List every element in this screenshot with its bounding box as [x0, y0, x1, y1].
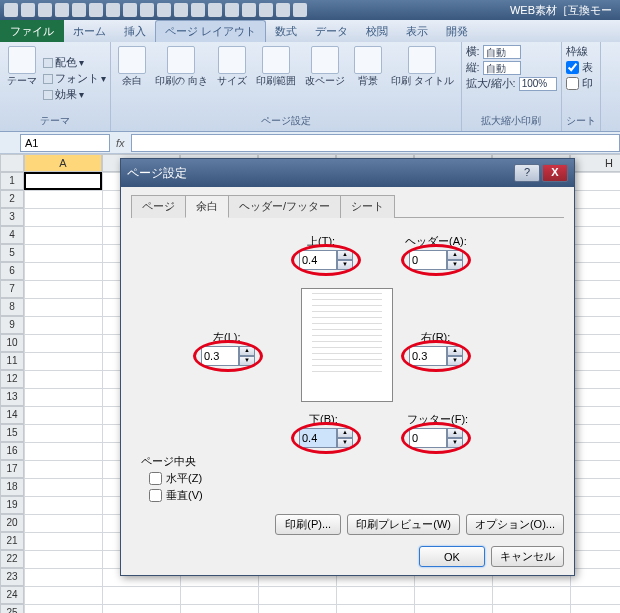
row-header[interactable]: 23 — [0, 568, 24, 586]
qat-icon[interactable] — [123, 3, 137, 17]
tab-page-layout[interactable]: ページ レイアウト — [155, 20, 266, 42]
qat-icon[interactable] — [157, 3, 171, 17]
row-header[interactable]: 2 — [0, 190, 24, 208]
colors-button[interactable]: 配色 ▾ — [43, 55, 106, 70]
down-arrow-icon[interactable]: ▼ — [447, 260, 463, 270]
background-button[interactable]: 背景 — [351, 44, 385, 113]
bottom-input[interactable] — [299, 428, 337, 448]
qat-icon[interactable] — [242, 3, 256, 17]
up-arrow-icon[interactable]: ▲ — [447, 346, 463, 356]
top-spinner[interactable]: ▲▼ — [299, 250, 353, 270]
up-arrow-icon[interactable]: ▲ — [239, 346, 255, 356]
column-header[interactable]: H — [570, 154, 620, 172]
up-arrow-icon[interactable]: ▲ — [447, 428, 463, 438]
tab-dev[interactable]: 開発 — [437, 21, 477, 42]
fx-icon[interactable]: fx — [110, 137, 131, 149]
cancel-button[interactable]: キャンセル — [491, 546, 564, 567]
left-input[interactable] — [201, 346, 239, 366]
qat-icon[interactable] — [191, 3, 205, 17]
margins-button[interactable]: 余白 — [115, 44, 149, 113]
tab-sheet[interactable]: シート — [340, 195, 395, 218]
left-spinner[interactable]: ▲▼ — [201, 346, 255, 366]
options-button[interactable]: オプション(O)... — [466, 514, 564, 535]
gridlines-view-checkbox[interactable] — [566, 61, 579, 74]
up-arrow-icon[interactable]: ▲ — [337, 428, 353, 438]
size-button[interactable]: サイズ — [214, 44, 250, 113]
row-header[interactable]: 16 — [0, 442, 24, 460]
row-header[interactable]: 20 — [0, 514, 24, 532]
header-spinner[interactable]: ▲▼ — [409, 250, 463, 270]
effects-button[interactable]: 効果 ▾ — [43, 87, 106, 102]
row-header[interactable]: 10 — [0, 334, 24, 352]
down-arrow-icon[interactable]: ▼ — [239, 356, 255, 366]
down-arrow-icon[interactable]: ▼ — [447, 356, 463, 366]
row-header[interactable]: 15 — [0, 424, 24, 442]
active-cell[interactable] — [24, 172, 102, 190]
tab-view[interactable]: 表示 — [397, 21, 437, 42]
tab-margins[interactable]: 余白 — [185, 195, 229, 218]
row-header[interactable]: 7 — [0, 280, 24, 298]
tab-file[interactable]: ファイル — [0, 20, 64, 42]
dialog-titlebar[interactable]: ページ設定 ? X — [121, 159, 574, 187]
row-header[interactable]: 6 — [0, 262, 24, 280]
header-input[interactable] — [409, 250, 447, 270]
qat-icon[interactable] — [106, 3, 120, 17]
print-area-button[interactable]: 印刷範囲 — [253, 44, 299, 113]
help-button[interactable]: ? — [514, 164, 540, 182]
center-horiz-checkbox[interactable] — [149, 472, 162, 485]
print-button[interactable]: 印刷(P)... — [275, 514, 341, 535]
close-button[interactable]: X — [542, 164, 568, 182]
top-input[interactable] — [299, 250, 337, 270]
breaks-button[interactable]: 改ページ — [302, 44, 348, 113]
ok-button[interactable]: OK — [419, 546, 485, 567]
row-header[interactable]: 19 — [0, 496, 24, 514]
row-header[interactable]: 25 — [0, 604, 24, 613]
tab-review[interactable]: 校閲 — [357, 21, 397, 42]
qat-icon[interactable] — [225, 3, 239, 17]
row-header[interactable]: 4 — [0, 226, 24, 244]
qat-icon[interactable] — [174, 3, 188, 17]
down-arrow-icon[interactable]: ▼ — [337, 260, 353, 270]
footer-spinner[interactable]: ▲▼ — [409, 428, 463, 448]
row-header[interactable]: 12 — [0, 370, 24, 388]
qat-icon[interactable] — [208, 3, 222, 17]
row-header[interactable]: 18 — [0, 478, 24, 496]
qat-icon[interactable] — [276, 3, 290, 17]
row-header[interactable]: 3 — [0, 208, 24, 226]
formula-input[interactable] — [131, 134, 620, 152]
qat-icon[interactable] — [140, 3, 154, 17]
footer-input[interactable] — [409, 428, 447, 448]
row-header[interactable]: 13 — [0, 388, 24, 406]
row-header[interactable]: 11 — [0, 352, 24, 370]
up-arrow-icon[interactable]: ▲ — [337, 250, 353, 260]
height-field[interactable]: 自動 — [483, 61, 521, 75]
tab-home[interactable]: ホーム — [64, 21, 115, 42]
tab-data[interactable]: データ — [306, 21, 357, 42]
tab-page[interactable]: ページ — [131, 195, 186, 218]
row-header[interactable]: 5 — [0, 244, 24, 262]
right-spinner[interactable]: ▲▼ — [409, 346, 463, 366]
row-header[interactable]: 21 — [0, 532, 24, 550]
column-header[interactable]: A — [24, 154, 102, 172]
qat-icon[interactable] — [55, 3, 69, 17]
fonts-button[interactable]: フォント ▾ — [43, 71, 106, 86]
scale-field[interactable]: 100% — [519, 77, 557, 91]
qat-icon[interactable] — [72, 3, 86, 17]
gridlines-print-checkbox[interactable] — [566, 77, 579, 90]
qat-icon[interactable] — [259, 3, 273, 17]
row-header[interactable]: 22 — [0, 550, 24, 568]
print-preview-button[interactable]: 印刷プレビュー(W) — [347, 514, 460, 535]
bottom-spinner[interactable]: ▲▼ — [299, 428, 353, 448]
select-all-corner[interactable] — [0, 154, 24, 172]
row-header[interactable]: 1 — [0, 172, 24, 190]
qat-icon[interactable] — [38, 3, 52, 17]
row-header[interactable]: 17 — [0, 460, 24, 478]
qat-icon[interactable] — [89, 3, 103, 17]
themes-button[interactable]: テーマ — [4, 44, 40, 113]
orientation-button[interactable]: 印刷の 向き — [152, 44, 211, 113]
down-arrow-icon[interactable]: ▼ — [337, 438, 353, 448]
tab-formula[interactable]: 数式 — [266, 21, 306, 42]
center-vert-checkbox[interactable] — [149, 489, 162, 502]
right-input[interactable] — [409, 346, 447, 366]
up-arrow-icon[interactable]: ▲ — [447, 250, 463, 260]
